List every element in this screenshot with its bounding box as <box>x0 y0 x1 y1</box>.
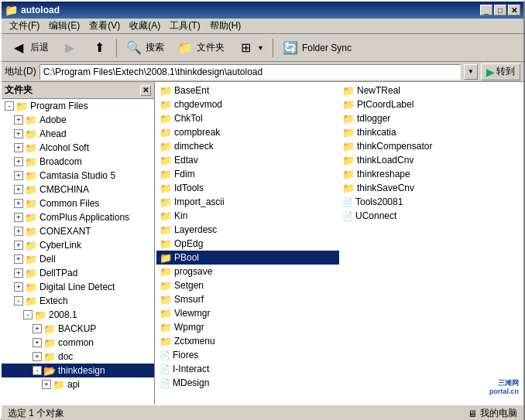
folder-icon: 📁 <box>160 308 172 319</box>
menu-favorites[interactable]: 收藏(A) <box>125 18 165 34</box>
file-item-thinksavecnv[interactable]: 📁 thinkSaveCnv <box>339 181 522 195</box>
expand-cyberlink[interactable]: + <box>14 241 23 250</box>
file-item-zctxmenu[interactable]: 📁 Zctxmenu <box>156 334 339 348</box>
menu-help[interactable]: 帮助(H) <box>205 18 246 34</box>
tree-item-2008-1[interactable]: - 📁 2008.1 <box>2 308 154 322</box>
file-item-i-interact[interactable]: 📄 I-Interact <box>156 362 339 376</box>
file-item-dimcheck[interactable]: 📁 dimcheck <box>156 139 339 153</box>
file-item-chgdevmod[interactable]: 📁 chgdevmod <box>156 97 339 111</box>
tree-item-thinkdesign[interactable]: - 📂 thinkdesign <box>2 364 154 377</box>
search-button[interactable]: 🔍 搜索 <box>120 37 170 59</box>
file-item-thinkcatia[interactable]: 📁 thinkcatia <box>339 125 522 139</box>
expand-thinkdesign[interactable]: - <box>33 366 42 375</box>
expand-broadcom[interactable]: + <box>14 157 23 166</box>
panel-close-button[interactable]: ✕ <box>140 85 151 96</box>
up-button[interactable]: ⬆ <box>85 37 113 59</box>
go-button[interactable]: ▶ 转到 <box>481 63 520 80</box>
menu-edit[interactable]: 编辑(E) <box>44 18 84 34</box>
expand-conexant[interactable]: + <box>14 227 23 236</box>
file-item-mdesign[interactable]: 📄 MDesign <box>156 376 339 390</box>
tree-item-extech[interactable]: - 📁 Extech <box>2 294 154 308</box>
tree-item-complus[interactable]: + 📁 ComPlus Applications <box>2 210 154 224</box>
expand-extech[interactable]: - <box>14 296 23 306</box>
file-item-wpmgr[interactable]: 📁 Wpmgr <box>156 320 339 334</box>
file-item-setgen[interactable]: 📁 Setgen <box>156 278 339 292</box>
file-item-layerdesc[interactable]: 📁 Layerdesc <box>156 223 339 237</box>
file-item-kin[interactable]: 📁 Kin <box>156 209 339 223</box>
tree-item-dell[interactable]: + 📁 Dell <box>2 252 154 266</box>
expand-ahead[interactable]: + <box>14 129 23 138</box>
file-item-idtools[interactable]: 📁 IdTools <box>156 181 339 195</box>
tree-item-cmbchina[interactable]: + 📁 CMBCHINA <box>2 183 154 196</box>
file-item-pbool[interactable]: 📁 PBool <box>156 251 339 265</box>
folder-icon: 📁 <box>43 337 56 349</box>
file-item-thinkcompensator[interactable]: 📁 thinkCompensator <box>339 139 522 153</box>
expand-delltpad[interactable]: + <box>14 268 23 278</box>
file-item-tools20081[interactable]: 📄 Tools20081 <box>339 195 522 209</box>
back-button[interactable]: ◀ 后退 <box>5 37 54 59</box>
expand-2008-1[interactable]: - <box>23 310 33 319</box>
file-item-chktol[interactable]: 📁 ChkTol <box>156 111 339 125</box>
expand-adobe[interactable]: + <box>14 115 23 125</box>
tree-item-camtasia[interactable]: + 📁 Camtasia Studio 5 <box>2 169 154 183</box>
file-item-uconnect[interactable]: 📄 UConnect <box>339 209 522 223</box>
minimize-button[interactable]: _ <box>480 5 492 15</box>
tree-item-common[interactable]: + 📁 common <box>2 336 154 350</box>
tree-item-backup[interactable]: + 📁 BACKUP <box>2 322 154 336</box>
file-item-newtreal[interactable]: 📁 NewTReal <box>339 84 522 97</box>
expand-program-files[interactable]: - <box>5 101 14 111</box>
menu-view[interactable]: 查看(V) <box>84 18 125 34</box>
menu-tools[interactable]: 工具(T) <box>165 18 204 34</box>
expand-alcohol-soft[interactable]: + <box>14 143 23 152</box>
file-item-import-ascii[interactable]: 📁 Import_ascii <box>156 195 339 209</box>
folder-icon: 📁 <box>25 114 37 126</box>
menu-file[interactable]: 文件(F) <box>5 18 44 34</box>
forward-button[interactable]: ▶ <box>56 37 84 59</box>
file-item-ptcoordlabel[interactable]: 📁 PtCoordLabel <box>339 97 522 111</box>
expand-camtasia[interactable]: + <box>14 171 23 180</box>
tree-item-broadcom[interactable]: + 📁 Broadcom <box>2 155 154 169</box>
tree-item-adobe[interactable]: + 📁 Adobe <box>2 113 154 127</box>
file-item-edtav[interactable]: 📁 Edtav <box>156 153 339 167</box>
tree-item-ahead[interactable]: + 📁 Ahead <box>2 127 154 141</box>
file-item-fiores[interactable]: 📄 Fiores <box>156 348 339 362</box>
file-item-progsave[interactable]: 📁 progsave <box>156 265 339 278</box>
tree-item-conexant[interactable]: + 📁 CONEXANT <box>2 224 154 238</box>
tree-item-cyberlink[interactable]: + 📁 CyberLink <box>2 238 154 252</box>
expand-doc[interactable]: + <box>33 352 42 361</box>
expand-common-files[interactable]: + <box>14 199 23 208</box>
tree-item-alcohol-soft[interactable]: + 📁 Alcohol Soft <box>2 141 154 155</box>
tree-label: Alcohol Soft <box>39 142 89 153</box>
file-item-compbreak[interactable]: 📁 compbreak <box>156 125 339 139</box>
address-dropdown[interactable]: ▼ <box>464 64 478 80</box>
expand-backup[interactable]: + <box>33 324 42 333</box>
tree-item-common-files[interactable]: + 📁 Common Files <box>2 196 154 210</box>
expand-common[interactable]: + <box>33 338 42 347</box>
expand-dell[interactable]: + <box>14 254 23 264</box>
address-input[interactable] <box>39 64 461 80</box>
views-button[interactable]: ⊞ ▼ <box>232 37 269 59</box>
close-button[interactable]: ✕ <box>508 5 520 15</box>
file-item-tdlogger[interactable]: 📁 tdlogger <box>339 111 522 125</box>
file-item-fdim[interactable]: 📁 Fdim <box>156 167 339 181</box>
file-item-thinkreshape[interactable]: 📁 thinkreshape <box>339 167 522 181</box>
file-item-smsurf[interactable]: 📁 Smsurf <box>156 292 339 306</box>
expand-cmbchina[interactable]: + <box>14 185 23 194</box>
tree-item-api[interactable]: + 📁 api <box>2 377 154 391</box>
tree-item-delltpad[interactable]: + 📁 DellTPad <box>2 266 154 280</box>
tree-item-doc[interactable]: + 📁 doc <box>2 350 154 364</box>
file-item-thinkloadcnv[interactable]: 📁 thinkLoadCnv <box>339 153 522 167</box>
maximize-button[interactable]: □ <box>494 5 506 15</box>
tree-item-program-files[interactable]: - 📁 Program Files <box>2 99 154 113</box>
expand-api[interactable]: + <box>42 380 51 389</box>
expand-digital-line[interactable]: + <box>14 282 23 292</box>
file-item-viewmgr[interactable]: 📁 Viewmgr <box>156 306 339 320</box>
tree-item-digital-line[interactable]: + 📁 Digital Line Detect <box>2 280 154 294</box>
folders-button[interactable]: 📁 文件夹 <box>171 37 230 59</box>
file-item-baseent[interactable]: 📁 BaseEnt <box>156 84 339 97</box>
folder-sync-button[interactable]: 🔄 Folder Sync <box>276 37 357 59</box>
tree-container[interactable]: - 📁 Program Files + 📁 Adobe + 📁 Ahead + … <box>2 99 154 405</box>
file-item-opedg[interactable]: 📁 OpEdg <box>156 237 339 251</box>
expand-complus[interactable]: + <box>14 213 23 222</box>
file-panel[interactable]: 📁 BaseEnt 📁 chgdevmod 📁 ChkTol 📁 compbre… <box>155 82 523 405</box>
